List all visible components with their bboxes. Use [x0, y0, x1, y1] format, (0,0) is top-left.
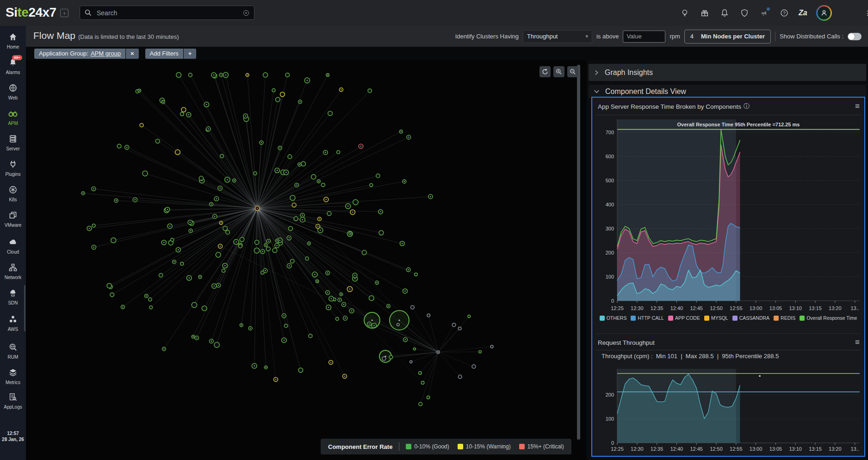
sidebar-item-apm[interactable]: APM [0, 109, 26, 126]
sidebar-item-label: Web [0, 95, 26, 100]
sidebar-item-label: Alarms [0, 70, 26, 75]
announcements-megaphone-icon[interactable] [759, 7, 770, 19]
svg-text:13:00: 13:00 [750, 446, 763, 452]
error-rate-legend-item: 15%+ (Critical) [519, 443, 564, 450]
shield-icon[interactable] [739, 7, 750, 19]
sidebar-item-label: Network [0, 275, 26, 280]
gift-icon[interactable] [699, 7, 710, 19]
svg-text:13:20: 13:20 [829, 305, 842, 311]
sidebar-item-label: K8s [0, 197, 26, 202]
is-above-label: is above [596, 33, 619, 40]
sidebar-item-label: APM [0, 121, 26, 126]
sidebar-item-cloud[interactable]: Cloud [0, 237, 26, 255]
flow-map-canvas[interactable] [26, 60, 587, 460]
divider [399, 442, 399, 451]
add-filter-button[interactable]: + [184, 49, 197, 59]
cluster-filter-controls: Identify Clusters Having Throughput ▾ is… [455, 26, 862, 47]
sidebar-item-web[interactable]: Web [0, 83, 26, 100]
search-bar[interactable] [80, 6, 254, 20]
svg-text:13:20: 13:20 [829, 446, 842, 452]
series-legend-item[interactable]: Overall Response Time [800, 315, 857, 321]
series-legend-item[interactable]: HTTP CALL [631, 315, 663, 321]
component-details-header[interactable]: Component Details View [589, 85, 866, 98]
refresh-button[interactable] [539, 66, 551, 77]
sidebar-item-server[interactable]: Server [0, 134, 26, 151]
sidebar-item-vmware[interactable]: VMware [0, 211, 26, 228]
divider [596, 333, 861, 334]
sidebar-item-rum[interactable]: RUM [0, 342, 26, 360]
zoho-logo[interactable]: Za [799, 9, 807, 17]
sidebar-item-sdn[interactable]: SDN [0, 288, 26, 305]
map-scrollbar[interactable] [577, 65, 580, 440]
application-group-chip[interactable]: Application Group:APM group × [34, 49, 139, 59]
response-time-card-header: App Server Response Time Broken by Compo… [598, 100, 860, 112]
series-legend-item[interactable]: CASSANDRA [732, 315, 769, 321]
svg-text:12:30: 12:30 [631, 305, 644, 311]
svg-text:200: 200 [606, 250, 614, 255]
svg-text:0: 0 [611, 298, 614, 304]
filter-chips-row: Application Group:APM group × Add Filter… [26, 47, 868, 60]
identify-clusters-label: Identify Clusters Having [455, 33, 519, 40]
series-legend-item[interactable]: REDIS [774, 315, 795, 321]
plus-icon: + [188, 50, 192, 57]
legend-label: 10-15% (Warning) [466, 443, 511, 450]
overflow-menu-icon[interactable]: ⋮ [864, 9, 868, 17]
legend-label: Overall Response Time [806, 315, 857, 321]
sidebar-item-label: VMware [0, 223, 26, 228]
sidebar-item-alarms[interactable]: 99+Alarms [0, 58, 26, 75]
sidebar-item-k8s[interactable]: K8s [0, 185, 26, 202]
server-icon [8, 134, 18, 145]
show-distributed-toggle[interactable] [848, 33, 862, 40]
chart-menu-icon[interactable]: ≡ [855, 339, 860, 346]
avatar[interactable] [816, 5, 832, 21]
legend-swatch [704, 316, 709, 321]
add-filters-chip[interactable]: Add Filters + [145, 49, 197, 59]
divider [775, 32, 775, 41]
error-rate-legend-item: 10-15% (Warning) [458, 443, 511, 450]
sidebar-item-home[interactable]: Home [0, 32, 26, 50]
notifications-bell-icon[interactable] [719, 7, 730, 19]
cluster-metric-dropdown[interactable]: Throughput ▾ [523, 30, 592, 43]
svg-text:12:50: 12:50 [710, 305, 723, 311]
component-details-title: Component Details View [605, 87, 686, 96]
series-legend-item[interactable]: MYSQL [704, 315, 728, 321]
min-nodes-box[interactable]: 4 Min Nodes per Cluster [684, 30, 771, 44]
sidebar-item-metrics[interactable]: Metrics [0, 368, 26, 385]
series-legend-item[interactable]: APP CODE [668, 315, 700, 321]
series-legend-item[interactable]: OTHERS [600, 315, 627, 321]
min-nodes-value[interactable]: 4 [690, 33, 694, 40]
show-distributed-label: Show Distributed Calls : [780, 33, 843, 40]
site24x7-logo[interactable]: Site24x7 [6, 5, 56, 20]
zoom-out-button[interactable] [567, 66, 578, 77]
zoom-in-button[interactable] [553, 66, 564, 77]
collapse-nav-button[interactable]: ‹ [60, 9, 68, 17]
remove-filter-button[interactable]: × [126, 49, 139, 59]
sidebar-item-network[interactable]: Network [0, 263, 26, 280]
help-icon[interactable]: ? [779, 7, 790, 19]
throughput-chart[interactable]: 010020012:2512:3012:3512:4012:4512:5012:… [592, 363, 864, 456]
response-time-chart[interactable]: 010020030040050060070012:2512:3012:3512:… [592, 115, 864, 317]
info-icon[interactable]: ⓘ [744, 102, 750, 111]
sidebar-item-applogs[interactable]: AppLogs [0, 392, 26, 410]
threshold-value-input[interactable] [623, 31, 665, 43]
home-icon [8, 32, 18, 44]
search-clear-icon[interactable] [243, 10, 249, 16]
bulb-icon[interactable] [679, 7, 690, 19]
chart-menu-icon[interactable]: ≡ [855, 103, 860, 110]
timestamp-date: 28 Jan, 26 [2, 437, 24, 442]
sidebar-item-plugins[interactable]: Plugins [0, 160, 26, 177]
sidebar-item-aws[interactable]: AWS [0, 315, 26, 332]
svg-text:13:15: 13:15 [809, 305, 822, 311]
throughput-stats: Throughput (cpm) : Min 101 | Max 288.5 |… [601, 353, 779, 360]
svg-text:12:25: 12:25 [611, 446, 624, 452]
legend-label: 15%+ (Critical) [527, 443, 564, 450]
error-rate-legend-title: Component Error Rate [328, 443, 392, 450]
unit-label: rpm [670, 33, 680, 40]
aws-icon [8, 315, 18, 326]
search-input[interactable] [96, 9, 243, 17]
legend-label: MYSQL [711, 315, 728, 321]
svg-text:13..: 13.. [850, 305, 859, 311]
application-group-chip-value[interactable]: APM group [91, 50, 121, 57]
legend-label: HTTP CALL [638, 315, 663, 321]
graph-insights-header[interactable]: Graph Insights [589, 64, 866, 81]
